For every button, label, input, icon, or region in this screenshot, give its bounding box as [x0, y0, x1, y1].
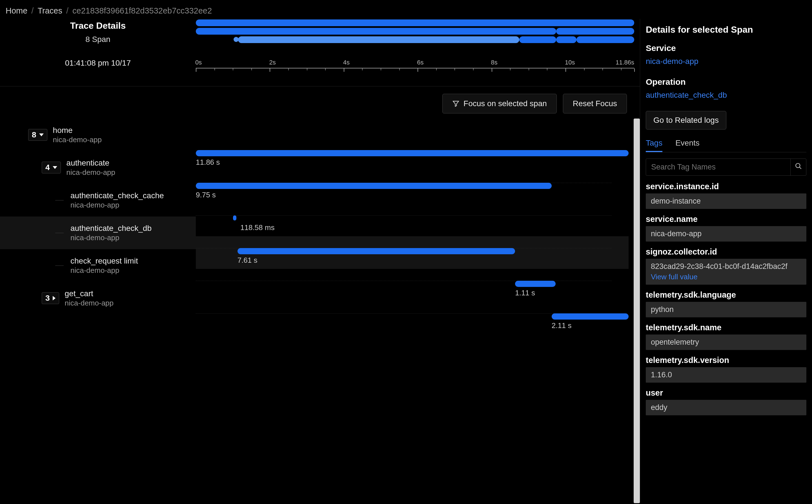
span-service: nica-demo-app	[66, 168, 115, 177]
gantt-row[interactable]: 2.11 s	[196, 302, 629, 334]
span-name: authenticate_check_db	[70, 224, 152, 233]
search-input[interactable]	[646, 159, 790, 175]
focus-selected-button[interactable]: Focus on selected span	[442, 94, 557, 113]
span-toggle[interactable]: 8	[28, 129, 47, 141]
tag-key: user	[646, 388, 806, 398]
span-bar[interactable]	[196, 183, 552, 189]
service-link[interactable]: nica-demo-app	[646, 57, 806, 66]
related-logs-button[interactable]: Go to Related logs	[646, 111, 726, 130]
span-row[interactable]: check_request limitnica-demo-app	[0, 249, 196, 282]
span-bar[interactable]	[552, 313, 629, 320]
focus-selected-label: Focus on selected span	[464, 99, 547, 108]
details-title: Details for selected Span	[646, 24, 806, 35]
span-toggle[interactable]: 3	[42, 292, 59, 304]
view-full-value-link[interactable]: View full value	[651, 273, 801, 281]
overview-minimap[interactable]: 0s2s4s6s8s10s11.86s	[196, 19, 640, 86]
scrollbar[interactable]	[634, 119, 640, 503]
tab-events[interactable]: Events	[675, 135, 700, 152]
span-bar[interactable]	[233, 215, 236, 220]
tag-value[interactable]: eddy	[646, 400, 806, 415]
tag-key: telemetry.sdk.name	[646, 323, 806, 332]
gantt-row[interactable]: 118.58 ms	[196, 204, 629, 236]
tag-search	[646, 159, 806, 176]
tag-value[interactable]: 823cad29-2c38-4c01-bc0f-d14ac2fbac2fView…	[646, 259, 806, 285]
details-tabs: Tags Events	[646, 135, 806, 152]
span-row[interactable]: 3get_cartnica-demo-app	[0, 282, 196, 315]
gantt-row[interactable]: 11.86 s	[196, 138, 629, 171]
tag-item: service.namenica-demo-app	[646, 215, 806, 242]
chevron-down-icon	[53, 166, 57, 169]
search-icon	[795, 162, 802, 172]
span-count: 8 Span	[85, 35, 110, 44]
tag-item: usereddy	[646, 388, 806, 415]
span-bar[interactable]	[196, 150, 629, 156]
axis-tick-label: 6s	[417, 59, 424, 66]
breadcrumb-home[interactable]: Home	[6, 6, 27, 15]
span-service: nica-demo-app	[70, 266, 138, 275]
span-row[interactable]: authenticate_check_dbnica-demo-app	[0, 217, 196, 249]
spans-panel: 8homenica-demo-app4authenticatenica-demo…	[0, 119, 640, 503]
operation-link[interactable]: authenticate_check_db	[646, 91, 806, 100]
reset-focus-label: Reset Focus	[573, 99, 617, 108]
breadcrumb-trace-id: ce21838f39661f82d3532eb7cc332ee2	[72, 6, 212, 15]
svg-point-0	[796, 163, 800, 168]
overview-bar	[577, 36, 634, 43]
span-name: check_request limit	[70, 257, 138, 266]
overview-bar	[519, 36, 556, 43]
span-duration-label: 1.11 s	[515, 289, 535, 297]
trace-meta: Trace Details 8 Span 01:41:08 pm 10/17	[0, 19, 196, 86]
search-button[interactable]	[790, 159, 806, 175]
tag-value[interactable]: python	[646, 302, 806, 317]
tag-key: telemetry.sdk.version	[646, 356, 806, 365]
span-bar[interactable]	[515, 281, 556, 287]
overview-bar	[196, 19, 634, 26]
tag-value[interactable]: nica-demo-app	[646, 226, 806, 242]
span-bar[interactable]	[237, 248, 515, 254]
breadcrumb-sep: /	[31, 6, 34, 15]
tags-list: service.instance.iddemo-instanceservice.…	[646, 182, 806, 415]
tag-value[interactable]: opentelemetry	[646, 334, 806, 350]
span-duration-label: 7.61 s	[237, 256, 257, 265]
gantt-row[interactable]: 7.61 s	[196, 236, 629, 269]
span-child-count: 4	[45, 163, 50, 172]
reset-focus-button[interactable]: Reset Focus	[563, 94, 627, 113]
operation-label: Operation	[646, 77, 806, 87]
axis-tick-label: 0s	[195, 59, 202, 66]
axis-tick-label: 8s	[491, 59, 498, 66]
span-name: get_cart	[65, 289, 113, 298]
span-toggle[interactable]: 4	[42, 162, 61, 173]
span-name: home	[53, 126, 102, 135]
tag-item: telemetry.sdk.languagepython	[646, 290, 806, 317]
left-panel: Trace Details 8 Span 01:41:08 pm 10/17 0…	[0, 19, 640, 503]
span-row[interactable]: 8homenica-demo-app	[0, 119, 196, 151]
filter-icon	[452, 100, 460, 107]
span-row[interactable]: 4authenticatenica-demo-app	[0, 151, 196, 184]
tag-value[interactable]: demo-instance	[646, 193, 806, 209]
span-service: nica-demo-app	[70, 233, 152, 242]
overview-bar	[556, 28, 634, 35]
action-row: Focus on selected span Reset Focus	[0, 86, 640, 119]
span-service: nica-demo-app	[70, 201, 164, 209]
span-service: nica-demo-app	[53, 135, 102, 144]
chevron-right-icon	[53, 296, 55, 300]
span-name: authenticate	[66, 159, 115, 168]
span-duration-label: 118.58 ms	[240, 223, 274, 232]
breadcrumb-traces[interactable]: Traces	[37, 6, 62, 15]
axis-tick-label: 2s	[269, 59, 275, 66]
span-duration-label: 2.11 s	[552, 321, 572, 330]
span-child-count: 8	[32, 130, 36, 139]
svg-line-1	[799, 167, 801, 169]
gantt-row[interactable]: 9.75 s	[196, 171, 629, 204]
tab-tags[interactable]: Tags	[646, 135, 662, 152]
span-row[interactable]: authenticate_check_cachenica-demo-app	[0, 184, 196, 217]
span-name: authenticate_check_cache	[70, 191, 164, 200]
span-duration-label: 9.75 s	[196, 191, 216, 199]
tag-value[interactable]: 1.16.0	[646, 367, 806, 383]
axis-tick-label: 11.86s	[616, 59, 634, 66]
breadcrumb-sep: /	[66, 6, 68, 15]
service-label: Service	[646, 43, 806, 53]
tag-item: telemetry.sdk.nameopentelemetry	[646, 323, 806, 350]
tag-item: service.instance.iddemo-instance	[646, 182, 806, 209]
axis-tick-label: 10s	[565, 59, 575, 66]
gantt-row[interactable]: 1.11 s	[196, 269, 629, 302]
